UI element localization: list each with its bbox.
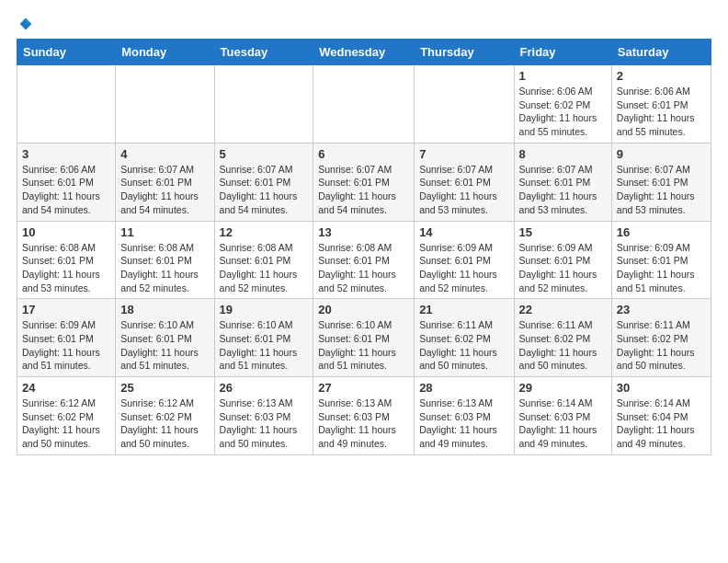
day-number: 24: [22, 381, 110, 395]
page: SundayMondayTuesdayWednesdayThursdayFrid…: [0, 0, 728, 465]
calendar-day-15: 15Sunrise: 6:09 AM Sunset: 6:01 PM Dayli…: [514, 221, 611, 299]
day-number: 15: [519, 225, 607, 239]
day-number: 10: [22, 225, 110, 239]
day-number: 21: [419, 303, 508, 316]
logo-icon: [18, 17, 33, 31]
day-info: Sunrise: 6:12 AM Sunset: 6:02 PM Dayligh…: [120, 396, 209, 451]
calendar-empty-cell: [17, 65, 116, 144]
calendar-day-30: 30Sunrise: 6:14 AM Sunset: 6:04 PM Dayli…: [611, 377, 711, 455]
col-header-thursday: Thursday: [415, 40, 514, 65]
day-number: 7: [419, 147, 508, 161]
day-number: 25: [120, 381, 209, 395]
calendar-day-17: 17Sunrise: 6:09 AM Sunset: 6:01 PM Dayli…: [17, 299, 116, 377]
calendar-week-row: 17Sunrise: 6:09 AM Sunset: 6:01 PM Dayli…: [17, 299, 711, 377]
calendar-table: SundayMondayTuesdayWednesdayThursdayFrid…: [17, 39, 711, 455]
day-number: 22: [519, 303, 607, 316]
col-header-wednesday: Wednesday: [313, 40, 415, 65]
day-number: 2: [617, 69, 706, 83]
day-number: 29: [519, 381, 607, 395]
day-info: Sunrise: 6:13 AM Sunset: 6:03 PM Dayligh…: [220, 396, 309, 451]
logo: [17, 17, 33, 31]
day-number: 1: [519, 69, 607, 83]
day-number: 27: [318, 381, 409, 395]
calendar-empty-cell: [116, 65, 214, 144]
day-info: Sunrise: 6:11 AM Sunset: 6:02 PM Dayligh…: [617, 318, 706, 373]
header: [17, 17, 711, 31]
day-info: Sunrise: 6:06 AM Sunset: 6:01 PM Dayligh…: [22, 163, 110, 217]
day-info: Sunrise: 6:09 AM Sunset: 6:01 PM Dayligh…: [519, 241, 607, 295]
calendar-day-26: 26Sunrise: 6:13 AM Sunset: 6:03 PM Dayli…: [214, 377, 313, 455]
calendar-day-14: 14Sunrise: 6:09 AM Sunset: 6:01 PM Dayli…: [415, 221, 514, 299]
day-number: 17: [22, 303, 110, 316]
day-info: Sunrise: 6:14 AM Sunset: 6:04 PM Dayligh…: [617, 396, 706, 451]
day-info: Sunrise: 6:10 AM Sunset: 6:01 PM Dayligh…: [220, 318, 309, 373]
calendar-day-13: 13Sunrise: 6:08 AM Sunset: 6:01 PM Dayli…: [313, 221, 415, 299]
day-number: 28: [419, 381, 508, 395]
calendar-day-5: 5Sunrise: 6:07 AM Sunset: 6:01 PM Daylig…: [214, 143, 313, 221]
col-header-monday: Monday: [116, 40, 214, 65]
day-info: Sunrise: 6:10 AM Sunset: 6:01 PM Dayligh…: [120, 318, 209, 373]
day-info: Sunrise: 6:10 AM Sunset: 6:01 PM Dayligh…: [318, 318, 409, 373]
day-info: Sunrise: 6:09 AM Sunset: 6:01 PM Dayligh…: [617, 241, 706, 295]
day-info: Sunrise: 6:14 AM Sunset: 6:03 PM Dayligh…: [519, 396, 607, 451]
day-info: Sunrise: 6:08 AM Sunset: 6:01 PM Dayligh…: [22, 241, 110, 295]
day-number: 6: [318, 147, 409, 161]
calendar-header-row: SundayMondayTuesdayWednesdayThursdayFrid…: [17, 40, 711, 65]
day-number: 20: [318, 303, 409, 316]
calendar-day-25: 25Sunrise: 6:12 AM Sunset: 6:02 PM Dayli…: [116, 377, 214, 455]
col-header-saturday: Saturday: [611, 40, 711, 65]
col-header-tuesday: Tuesday: [214, 40, 313, 65]
day-info: Sunrise: 6:13 AM Sunset: 6:03 PM Dayligh…: [318, 396, 409, 451]
day-info: Sunrise: 6:07 AM Sunset: 6:01 PM Dayligh…: [419, 163, 508, 217]
day-info: Sunrise: 6:09 AM Sunset: 6:01 PM Dayligh…: [419, 241, 508, 295]
day-number: 8: [519, 147, 607, 161]
day-info: Sunrise: 6:08 AM Sunset: 6:01 PM Dayligh…: [220, 241, 309, 295]
day-number: 26: [220, 381, 309, 395]
calendar-day-19: 19Sunrise: 6:10 AM Sunset: 6:01 PM Dayli…: [214, 299, 313, 377]
calendar-day-11: 11Sunrise: 6:08 AM Sunset: 6:01 PM Dayli…: [116, 221, 214, 299]
day-info: Sunrise: 6:07 AM Sunset: 6:01 PM Dayligh…: [318, 163, 409, 217]
day-number: 18: [120, 303, 209, 316]
day-info: Sunrise: 6:11 AM Sunset: 6:02 PM Dayligh…: [419, 318, 508, 373]
calendar-day-21: 21Sunrise: 6:11 AM Sunset: 6:02 PM Dayli…: [415, 299, 514, 377]
calendar-day-27: 27Sunrise: 6:13 AM Sunset: 6:03 PM Dayli…: [313, 377, 415, 455]
calendar-day-23: 23Sunrise: 6:11 AM Sunset: 6:02 PM Dayli…: [611, 299, 711, 377]
day-info: Sunrise: 6:06 AM Sunset: 6:02 PM Dayligh…: [519, 85, 607, 139]
calendar-day-28: 28Sunrise: 6:13 AM Sunset: 6:03 PM Dayli…: [415, 377, 514, 455]
calendar-week-row: 10Sunrise: 6:08 AM Sunset: 6:01 PM Dayli…: [17, 221, 711, 299]
calendar-day-29: 29Sunrise: 6:14 AM Sunset: 6:03 PM Dayli…: [514, 377, 611, 455]
calendar-empty-cell: [415, 65, 514, 144]
day-info: Sunrise: 6:11 AM Sunset: 6:02 PM Dayligh…: [519, 318, 607, 373]
calendar-day-22: 22Sunrise: 6:11 AM Sunset: 6:02 PM Dayli…: [514, 299, 611, 377]
calendar-day-20: 20Sunrise: 6:10 AM Sunset: 6:01 PM Dayli…: [313, 299, 415, 377]
calendar-day-24: 24Sunrise: 6:12 AM Sunset: 6:02 PM Dayli…: [17, 377, 116, 455]
day-info: Sunrise: 6:07 AM Sunset: 6:01 PM Dayligh…: [617, 163, 706, 217]
calendar-day-12: 12Sunrise: 6:08 AM Sunset: 6:01 PM Dayli…: [214, 221, 313, 299]
day-number: 23: [617, 303, 706, 316]
day-info: Sunrise: 6:07 AM Sunset: 6:01 PM Dayligh…: [519, 163, 607, 217]
calendar-day-4: 4Sunrise: 6:07 AM Sunset: 6:01 PM Daylig…: [116, 143, 214, 221]
calendar-day-8: 8Sunrise: 6:07 AM Sunset: 6:01 PM Daylig…: [514, 143, 611, 221]
day-number: 11: [120, 225, 209, 239]
day-info: Sunrise: 6:12 AM Sunset: 6:02 PM Dayligh…: [22, 396, 110, 451]
day-info: Sunrise: 6:08 AM Sunset: 6:01 PM Dayligh…: [318, 241, 409, 295]
day-number: 5: [220, 147, 309, 161]
day-number: 30: [617, 381, 706, 395]
day-info: Sunrise: 6:13 AM Sunset: 6:03 PM Dayligh…: [419, 396, 508, 451]
calendar-day-10: 10Sunrise: 6:08 AM Sunset: 6:01 PM Dayli…: [17, 221, 116, 299]
calendar-week-row: 24Sunrise: 6:12 AM Sunset: 6:02 PM Dayli…: [17, 377, 711, 455]
calendar-week-row: 1Sunrise: 6:06 AM Sunset: 6:02 PM Daylig…: [17, 65, 711, 144]
calendar-day-9: 9Sunrise: 6:07 AM Sunset: 6:01 PM Daylig…: [611, 143, 711, 221]
day-info: Sunrise: 6:06 AM Sunset: 6:01 PM Dayligh…: [617, 85, 706, 139]
calendar-empty-cell: [313, 65, 415, 144]
day-info: Sunrise: 6:07 AM Sunset: 6:01 PM Dayligh…: [220, 163, 309, 217]
calendar-day-18: 18Sunrise: 6:10 AM Sunset: 6:01 PM Dayli…: [116, 299, 214, 377]
day-number: 3: [22, 147, 110, 161]
calendar-day-6: 6Sunrise: 6:07 AM Sunset: 6:01 PM Daylig…: [313, 143, 415, 221]
day-number: 19: [220, 303, 309, 316]
day-number: 4: [120, 147, 209, 161]
day-number: 9: [617, 147, 706, 161]
col-header-sunday: Sunday: [17, 40, 116, 65]
calendar-day-1: 1Sunrise: 6:06 AM Sunset: 6:02 PM Daylig…: [514, 65, 611, 144]
day-info: Sunrise: 6:09 AM Sunset: 6:01 PM Dayligh…: [22, 318, 110, 373]
